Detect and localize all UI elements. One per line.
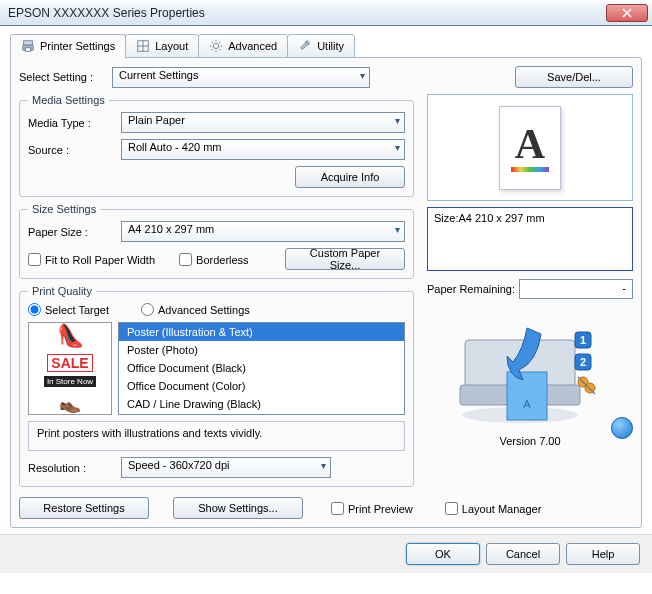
tab-label: Utility: [317, 40, 344, 52]
borderless-checkbox[interactable]: Borderless: [179, 253, 249, 266]
select-target-radio[interactable]: Select Target: [28, 303, 109, 316]
target-item-3[interactable]: Office Document (Color): [119, 377, 404, 395]
svg-rect-0: [24, 41, 33, 45]
print-preview-checkbox[interactable]: Print Preview: [331, 502, 413, 515]
target-description: Print posters with illustrations and tex…: [28, 421, 405, 451]
target-list[interactable]: Poster (Illustration & Text) Poster (Pho…: [118, 322, 405, 415]
shoe-icon: 👞: [59, 392, 81, 414]
source-label: Source :: [28, 144, 113, 156]
pump-icon: 👠: [57, 323, 84, 349]
help-button[interactable]: Help: [566, 543, 640, 565]
panel-bottom-row: Restore Settings Show Settings... Print …: [19, 493, 633, 519]
close-button[interactable]: [606, 4, 648, 22]
target-item-1[interactable]: Poster (Photo): [119, 341, 404, 359]
title-bar: EPSON XXXXXXX Series Properties: [0, 0, 652, 26]
sale-text: SALE: [47, 354, 92, 372]
print-quality-group: Print Quality Select Target Advanced Set…: [19, 285, 414, 487]
paper-size-label: Paper Size :: [28, 226, 113, 238]
layout-icon: [136, 39, 150, 53]
dialog-button-bar: OK Cancel Help: [0, 534, 652, 573]
layout-manager-input[interactable]: [445, 502, 458, 515]
rainbow-bar-icon: [511, 167, 549, 172]
borderless-input[interactable]: [179, 253, 192, 266]
size-info-text: Size:A4 210 x 297 mm: [434, 212, 545, 224]
tab-label: Advanced: [228, 40, 277, 52]
instore-text: In Store Now: [44, 376, 96, 387]
tab-bar: Printer Settings Layout Advanced Utility: [10, 34, 642, 58]
target-preview-thumb: 👠 SALE In Store Now 👞: [28, 322, 112, 415]
select-setting-combo[interactable]: Current Settings: [112, 67, 370, 88]
svg-text:1: 1: [580, 334, 586, 346]
resolution-combo[interactable]: Speed - 360x720 dpi: [121, 457, 331, 478]
source-combo[interactable]: Roll Auto - 420 mm: [121, 139, 405, 160]
page-preview: A: [427, 94, 633, 201]
wrench-icon: [298, 39, 312, 53]
size-settings-group: Size Settings Paper Size : A4 210 x 297 …: [19, 203, 414, 279]
svg-text:A: A: [523, 398, 531, 410]
custom-paper-size-button[interactable]: Custom Paper Size...: [285, 248, 405, 270]
paper-remaining-field: -: [519, 279, 633, 299]
printer-settings-panel: Select Setting : Current Settings Save/D…: [10, 57, 642, 528]
target-item-2[interactable]: Office Document (Black): [119, 359, 404, 377]
tab-label: Layout: [155, 40, 188, 52]
paper-size-combo[interactable]: A4 210 x 297 mm: [121, 221, 405, 242]
paper-remaining-row: Paper Remaining: -: [427, 279, 633, 299]
printer-icon: [21, 39, 35, 53]
advanced-settings-radio[interactable]: Advanced Settings: [141, 303, 250, 316]
size-info-box: Size:A4 210 x 297 mm: [427, 207, 633, 271]
svg-rect-2: [25, 48, 30, 52]
fit-roll-checkbox[interactable]: Fit to Roll Paper Width: [28, 253, 155, 266]
advanced-settings-input[interactable]: [141, 303, 154, 316]
select-setting-label: Select Setting :: [19, 71, 104, 83]
select-target-input[interactable]: [28, 303, 41, 316]
save-del-button[interactable]: Save/Del...: [515, 66, 633, 88]
cancel-button[interactable]: Cancel: [486, 543, 560, 565]
media-type-combo[interactable]: Plain Paper: [121, 112, 405, 133]
printer-large-icon: A 1 2: [445, 310, 615, 430]
svg-rect-10: [507, 372, 547, 420]
tab-label: Printer Settings: [40, 40, 115, 52]
gear-icon: [209, 39, 223, 53]
globe-icon[interactable]: [611, 417, 633, 439]
target-item-4[interactable]: CAD / Line Drawing (Black): [119, 395, 404, 413]
tab-utility[interactable]: Utility: [287, 34, 355, 58]
ok-button[interactable]: OK: [406, 543, 480, 565]
printer-illustration: A 1 2: [427, 305, 633, 435]
fit-roll-input[interactable]: [28, 253, 41, 266]
paper-remaining-label: Paper Remaining:: [427, 283, 515, 295]
acquire-info-button[interactable]: Acquire Info: [295, 166, 405, 188]
media-type-label: Media Type :: [28, 117, 113, 129]
page-thumb: A: [499, 106, 561, 190]
window-title: EPSON XXXXXXX Series Properties: [8, 6, 606, 20]
version-row: Version 7.00: [427, 435, 633, 447]
layout-manager-checkbox[interactable]: Layout Manager: [445, 502, 542, 515]
close-icon: [622, 8, 632, 18]
svg-point-6: [214, 43, 219, 48]
version-text: Version 7.00: [499, 435, 560, 447]
select-setting-combo-wrap: Current Settings: [112, 67, 370, 88]
tab-printer-settings[interactable]: Printer Settings: [10, 34, 126, 58]
restore-settings-button[interactable]: Restore Settings: [19, 497, 149, 519]
resolution-label: Resolution :: [28, 462, 113, 474]
media-settings-group: Media Settings Media Type : Plain Paper …: [19, 94, 414, 197]
print-quality-legend: Print Quality: [28, 285, 96, 297]
target-item-0[interactable]: Poster (Illustration & Text): [119, 323, 404, 341]
show-settings-button[interactable]: Show Settings...: [173, 497, 303, 519]
tab-layout[interactable]: Layout: [125, 34, 199, 58]
tab-advanced[interactable]: Advanced: [198, 34, 288, 58]
media-settings-legend: Media Settings: [28, 94, 109, 106]
letter-a-icon: A: [515, 123, 545, 165]
svg-text:2: 2: [580, 356, 586, 368]
select-setting-row: Select Setting : Current Settings Save/D…: [19, 66, 633, 88]
print-preview-input[interactable]: [331, 502, 344, 515]
size-settings-legend: Size Settings: [28, 203, 100, 215]
